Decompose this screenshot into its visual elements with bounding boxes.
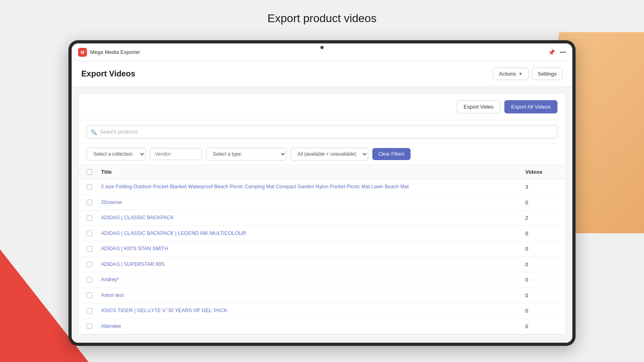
table-row: ADIDAS | CLASSIC BACKPACK | LEGEND INK M… <box>78 226 566 242</box>
filters-row: Select a collection: Select a type: All … <box>78 144 566 165</box>
header-checkbox-cell <box>87 169 101 175</box>
row-videos: 0 <box>525 230 557 237</box>
content-panel: Export Video Export All Videos 🔍 <box>78 93 566 335</box>
table-header: Title Videos <box>78 165 566 179</box>
app-header-icons: 📌 ••• <box>548 49 566 56</box>
tablet-frame: M Mega Media Exporter 📌 ••• Export Video… <box>68 40 576 346</box>
row-checkbox-9[interactable] <box>87 323 92 329</box>
settings-label: Settings <box>538 71 557 77</box>
row-title[interactable]: Attendee <box>101 323 525 330</box>
row-videos: 0 <box>525 323 557 329</box>
table-row: ADIDAS | KID'S STAN SMITH 0 <box>78 241 566 257</box>
product-table: Title Videos 2 size Folding Outdoor Pock… <box>78 165 566 334</box>
search-icon: 🔍 <box>91 129 97 135</box>
row-title[interactable]: ADIDAS | CLASSIC BACKPACK | LEGEND INK M… <box>101 230 525 237</box>
row-videos: 0 <box>525 277 557 283</box>
row-checkbox-cell <box>87 246 101 252</box>
row-checkbox-2[interactable] <box>87 215 92 221</box>
settings-button[interactable]: Settings <box>532 68 563 80</box>
row-checkbox-6[interactable] <box>87 277 92 283</box>
row-checkbox-3[interactable] <box>87 230 92 236</box>
row-checkbox-cell <box>87 292 101 298</box>
search-container: 🔍 <box>78 120 566 144</box>
table-row: Anton test 0 <box>78 288 566 304</box>
more-icon[interactable]: ••• <box>560 49 566 56</box>
row-checkbox-1[interactable] <box>87 200 92 205</box>
clear-filters-button[interactable]: Clear Filters <box>372 148 411 160</box>
actions-button[interactable]: Actions ▼ <box>493 68 528 80</box>
type-filter[interactable]: Select a type: <box>206 148 287 160</box>
tablet-screen: M Mega Media Exporter 📌 ••• Export Video… <box>72 43 572 343</box>
table-body: 2 size Folding Outdoor Pocket Blanket Wa… <box>78 179 566 334</box>
select-all-checkbox[interactable] <box>87 169 92 175</box>
vendor-filter[interactable] <box>150 148 202 160</box>
table-row: ADIDAS | SUPERSTAR 80S 0 <box>78 257 566 273</box>
row-checkbox-cell <box>87 261 101 267</box>
row-checkbox-cell <box>87 277 101 283</box>
export-all-videos-button[interactable]: Export All Videos <box>504 100 557 113</box>
table-row: 20course 0 <box>78 195 566 211</box>
row-videos: 3 <box>525 184 557 190</box>
row-checkbox-cell <box>87 323 101 329</box>
row-videos: 0 <box>525 200 557 206</box>
row-checkbox-0[interactable] <box>87 184 92 190</box>
table-row: ASICS TIGER | GEL-LYTE V '30 YEARS OF GE… <box>78 303 566 319</box>
row-title[interactable]: ADIDAS | SUPERSTAR 80S <box>101 261 525 268</box>
row-checkbox-5[interactable] <box>87 261 92 267</box>
row-videos: 0 <box>525 308 557 314</box>
export-buttons-row: Export Video Export All Videos <box>78 94 566 120</box>
table-row: Attendee 0 <box>78 319 566 335</box>
row-title[interactable]: ADIDAS | KID'S STAN SMITH <box>101 245 525 253</box>
row-checkbox-cell <box>87 230 101 236</box>
row-checkbox-cell <box>87 200 101 205</box>
pin-icon[interactable]: 📌 <box>548 49 555 56</box>
search-input[interactable] <box>87 125 557 138</box>
row-title[interactable]: 20course <box>101 199 525 206</box>
export-video-button[interactable]: Export Video <box>457 100 500 113</box>
row-videos: 0 <box>525 292 557 298</box>
row-videos: 2 <box>525 215 557 221</box>
main-content: Export Videos Actions ▼ Settings Expor <box>72 61 572 343</box>
page-title: Export product videos <box>0 12 644 25</box>
row-checkbox-cell <box>87 215 101 221</box>
tablet-camera <box>320 46 324 49</box>
videos-column-header: Videos <box>525 169 557 175</box>
row-checkbox-cell <box>87 308 101 314</box>
search-input-wrapper: 🔍 <box>87 125 557 138</box>
table-row: ADIDAS | CLASSIC BACKPACK 2 <box>78 210 566 226</box>
row-checkbox-4[interactable] <box>87 246 92 252</box>
title-column-header: Title <box>101 169 525 175</box>
page-header-buttons: Actions ▼ Settings <box>493 68 563 80</box>
actions-label: Actions <box>499 71 516 77</box>
row-checkbox-8[interactable] <box>87 308 92 314</box>
availability-filter[interactable]: All (available + unavailable) <box>291 148 368 160</box>
chevron-down-icon: ▼ <box>518 72 522 76</box>
page-header: Export Videos Actions ▼ Settings <box>72 61 572 87</box>
row-title[interactable]: ADIDAS | CLASSIC BACKPACK <box>101 214 525 222</box>
row-title[interactable]: Anton test <box>101 292 525 299</box>
app-name: Mega Media Exporter <box>90 49 548 55</box>
row-videos: 0 <box>525 261 557 267</box>
row-title[interactable]: ASICS TIGER | GEL-LYTE V '30 YEARS OF GE… <box>101 307 525 315</box>
row-title[interactable]: Andrey* <box>101 276 525 284</box>
page-header-title: Export Videos <box>81 69 135 78</box>
row-title[interactable]: 2 size Folding Outdoor Pocket Blanket Wa… <box>101 183 525 191</box>
row-checkbox-cell <box>87 184 101 190</box>
table-row: Andrey* 0 <box>78 272 566 288</box>
collection-filter[interactable]: Select a collection: <box>87 148 146 160</box>
app-logo: M <box>78 48 87 57</box>
table-row: 2 size Folding Outdoor Pocket Blanket Wa… <box>78 179 566 195</box>
row-checkbox-7[interactable] <box>87 292 92 298</box>
page-title-container: Export product videos <box>0 12 644 25</box>
row-videos: 0 <box>525 246 557 252</box>
